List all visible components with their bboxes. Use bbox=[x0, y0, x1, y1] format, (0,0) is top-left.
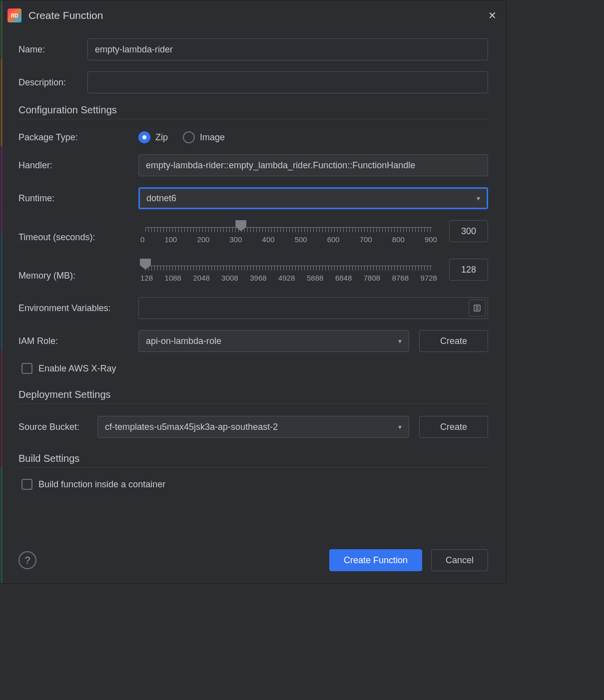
iam-role-select[interactable]: api-on-lambda-role ▾ bbox=[138, 330, 409, 352]
close-icon[interactable]: ✕ bbox=[485, 8, 499, 22]
gutter-decoration bbox=[0, 0, 2, 583]
dialog-footer: ? Create Function Cancel bbox=[18, 549, 488, 571]
package-type-group: Zip Image bbox=[138, 131, 225, 143]
radio-dot-icon bbox=[138, 131, 150, 143]
slider-tick-labels: 0100200300400500600700800900 bbox=[138, 235, 439, 244]
dialog-content: Name: Description: Configuration Setting… bbox=[0, 28, 506, 583]
build-container-checkbox[interactable] bbox=[21, 479, 32, 490]
slider-ticks bbox=[145, 266, 432, 271]
create-bucket-button[interactable]: Create bbox=[419, 416, 488, 438]
runtime-select[interactable]: dotnet6 ▾ bbox=[138, 187, 488, 209]
titlebar: RD Create Function ✕ bbox=[0, 0, 506, 28]
memory-slider[interactable]: 1281088204830083968492858886848780887689… bbox=[138, 259, 439, 282]
radio-label: Zip bbox=[155, 132, 168, 143]
source-bucket-select[interactable]: cf-templates-u5max45jsk3a-ap-southeast-2… bbox=[97, 416, 409, 438]
memory-label: Memory (MB): bbox=[18, 259, 138, 281]
deployment-settings-header: Deployment Settings bbox=[18, 389, 488, 404]
source-bucket-label: Source Bucket: bbox=[18, 422, 97, 432]
description-input[interactable] bbox=[87, 71, 488, 93]
package-type-zip-radio[interactable]: Zip bbox=[138, 131, 168, 143]
chevron-down-icon: ▾ bbox=[398, 337, 402, 345]
name-input[interactable] bbox=[87, 38, 488, 60]
create-function-dialog: RD Create Function ✕ Name: Description: … bbox=[0, 0, 507, 584]
name-label: Name: bbox=[18, 44, 87, 55]
description-label: Description: bbox=[18, 77, 87, 88]
select-value: dotnet6 bbox=[146, 193, 176, 204]
package-type-label: Package Type: bbox=[18, 132, 138, 143]
dialog-title: Create Function bbox=[28, 9, 103, 21]
package-type-image-radio[interactable]: Image bbox=[183, 131, 225, 143]
env-vars-label: Environment Variables: bbox=[18, 303, 138, 314]
select-value: api-on-lambda-role bbox=[146, 336, 221, 347]
select-value: cf-templates-u5max45jsk3a-ap-southeast-2 bbox=[105, 422, 278, 432]
chevron-down-icon: ▾ bbox=[477, 194, 480, 202]
runtime-label: Runtime: bbox=[18, 193, 138, 204]
config-settings-header: Configuration Settings bbox=[18, 104, 488, 119]
timeout-value[interactable]: 300 bbox=[449, 220, 488, 242]
handler-input[interactable] bbox=[138, 154, 488, 176]
xray-label: Enable AWS X-Ray bbox=[38, 363, 116, 374]
build-container-label: Build function inside a container bbox=[38, 479, 165, 490]
edit-env-vars-icon[interactable] bbox=[469, 300, 486, 317]
slider-ticks bbox=[145, 227, 432, 232]
create-function-button[interactable]: Create Function bbox=[329, 549, 422, 571]
handler-label: Handler: bbox=[18, 160, 138, 171]
radio-dot-icon bbox=[183, 131, 195, 143]
slider-tick-labels: 1281088204830083968492858886848780887689… bbox=[138, 274, 439, 282]
xray-checkbox[interactable] bbox=[21, 363, 32, 374]
memory-value[interactable]: 128 bbox=[449, 259, 488, 281]
build-settings-header: Build Settings bbox=[18, 453, 488, 468]
help-icon[interactable]: ? bbox=[18, 551, 36, 569]
env-vars-input[interactable] bbox=[138, 297, 488, 319]
cancel-button[interactable]: Cancel bbox=[431, 549, 488, 571]
create-iam-role-button[interactable]: Create bbox=[419, 330, 488, 352]
timeout-label: Timeout (seconds): bbox=[18, 220, 138, 243]
timeout-slider[interactable]: 0100200300400500600700800900 bbox=[138, 220, 439, 244]
iam-role-label: IAM Role: bbox=[18, 336, 138, 347]
radio-label: Image bbox=[200, 132, 225, 143]
rider-app-icon: RD bbox=[7, 8, 21, 22]
chevron-down-icon: ▾ bbox=[398, 423, 402, 431]
